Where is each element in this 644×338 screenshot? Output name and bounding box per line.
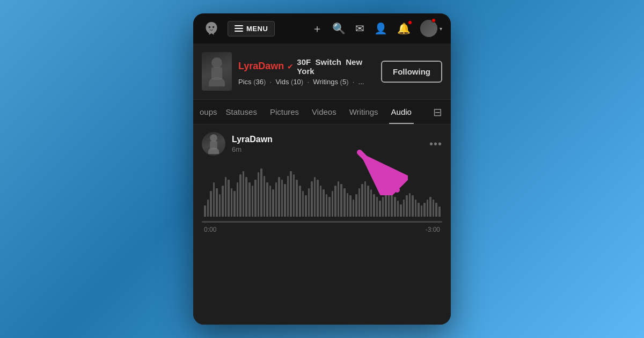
tab-statuses[interactable]: Statuses (219, 100, 264, 124)
notification-dot (431, 18, 436, 23)
profile-stats: Pics (36) · Vids (10) · Writings (5) · .… (238, 78, 375, 86)
stats-more: ... (358, 78, 364, 86)
writings-count: 5 (342, 78, 346, 86)
time-end: -3:00 (426, 226, 440, 233)
profile-name-row: LyraDawn ✔ 30F Switch New York (238, 57, 375, 76)
post-section: LyraDawn 6m ••• (193, 124, 451, 325)
svg-rect-3 (211, 67, 222, 80)
post-time: 6m (232, 145, 423, 153)
profile-section: LyraDawn ✔ 30F Switch New York Pics (36)… (193, 43, 451, 100)
following-button[interactable]: Following (381, 61, 442, 83)
writings-label: Writings (313, 78, 338, 86)
profile-avatar[interactable] (202, 52, 232, 91)
post-info: LyraDawn 6m (232, 135, 423, 153)
menu-button[interactable]: MENU (228, 21, 275, 36)
time-labels: 0:00 -3:00 (202, 223, 442, 233)
search-icon[interactable]: 🔍 (332, 22, 346, 35)
avatar-image (202, 52, 232, 91)
add-icon[interactable]: ＋ (312, 21, 323, 36)
menu-label: MENU (246, 25, 268, 33)
tabs-section: oups Statuses Pictures Videos Writings A… (193, 100, 451, 124)
post-avatar[interactable] (202, 132, 225, 156)
svg-point-4 (210, 134, 217, 142)
svg-point-1 (213, 26, 215, 28)
tab-writings[interactable]: Writings (343, 100, 385, 124)
post-username[interactable]: LyraDawn (232, 135, 423, 144)
verified-badge: ✔ (287, 62, 294, 71)
logo-icon (203, 20, 219, 36)
post-header: LyraDawn 6m ••• (193, 124, 451, 163)
vids-count: 10 (293, 78, 301, 86)
tabs-row: oups Statuses Pictures Videos Writings A… (193, 100, 451, 124)
tab-pictures[interactable]: Pictures (264, 100, 305, 124)
waveform-container[interactable]: 0:00 -3:00 (193, 163, 451, 233)
app-logo[interactable] (202, 19, 221, 38)
profile-name[interactable]: LyraDawn (238, 61, 284, 72)
svg-point-2 (211, 57, 222, 68)
hamburger-icon (235, 25, 243, 32)
avatar-dropdown-icon: ▾ (440, 26, 442, 32)
pics-label: Pics (238, 78, 252, 86)
post-more-button[interactable]: ••• (429, 138, 442, 150)
vids-label: Vids (275, 78, 289, 86)
tab-videos[interactable]: Videos (305, 100, 343, 124)
pics-count: 36 (256, 78, 264, 86)
nav-icons: ＋ 🔍 ✉ 👤 🔔 ▾ (312, 20, 442, 37)
user-avatar-container[interactable]: ▾ (420, 20, 442, 37)
time-start: 0:00 (204, 226, 216, 233)
filter-icon[interactable]: ⊟ (429, 101, 447, 123)
waveform (202, 163, 442, 217)
mail-icon[interactable]: ✉ (355, 22, 364, 35)
svg-rect-5 (210, 141, 217, 150)
bell-icon[interactable]: 🔔 (397, 22, 411, 35)
profile-meta: 30F Switch New York (297, 57, 375, 76)
tab-truncated: oups (197, 100, 219, 124)
tab-audio[interactable]: Audio (385, 100, 418, 124)
svg-point-0 (209, 26, 211, 28)
nav-bar: MENU ＋ 🔍 ✉ 👤 🔔 ▾ (193, 13, 451, 43)
profile-info: LyraDawn ✔ 30F Switch New York Pics (36)… (238, 57, 375, 86)
person-icon[interactable]: 👤 (374, 22, 387, 35)
phone-app: MENU ＋ 🔍 ✉ 👤 🔔 ▾ (193, 13, 451, 325)
user-avatar (420, 20, 437, 37)
